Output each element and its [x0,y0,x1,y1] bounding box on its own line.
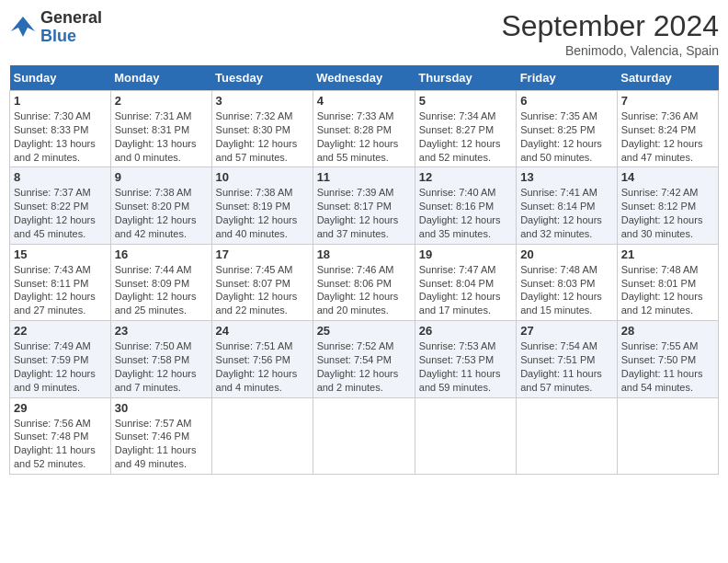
day-info: Sunrise: 7:46 AM Sunset: 8:06 PM Dayligh… [317,263,411,317]
calendar-cell: 10 Sunrise: 7:38 AM Sunset: 8:19 PM Dayl… [211,167,313,244]
day-number: 8 [14,170,107,184]
calendar-cell: 13 Sunrise: 7:41 AM Sunset: 8:14 PM Dayl… [517,167,618,244]
calendar-cell: 15 Sunrise: 7:43 AM Sunset: 8:11 PM Dayl… [10,244,111,320]
calendar-cell: 30 Sunrise: 7:57 AM Sunset: 7:46 PM Dayl… [110,397,211,474]
day-info: Sunrise: 7:57 AM Sunset: 7:46 PM Dayligh… [115,417,208,471]
calendar-cell: 1 Sunrise: 7:30 AM Sunset: 8:33 PM Dayli… [10,91,111,167]
calendar-cell: 5 Sunrise: 7:34 AM Sunset: 8:27 PM Dayli… [415,91,516,167]
calendar-cell: 17 Sunrise: 7:45 AM Sunset: 8:07 PM Dayl… [211,244,313,320]
calendar-cell: 18 Sunrise: 7:46 AM Sunset: 8:06 PM Dayl… [313,244,415,320]
day-number: 20 [520,247,613,261]
day-number: 24 [216,324,309,338]
calendar-week-5: 29 Sunrise: 7:56 AM Sunset: 7:48 PM Dayl… [10,397,719,474]
day-number: 27 [520,324,613,338]
calendar-cell: 29 Sunrise: 7:56 AM Sunset: 7:48 PM Dayl… [10,397,111,474]
logo: General Blue [9,9,102,46]
day-info: Sunrise: 7:52 AM Sunset: 7:54 PM Dayligh… [317,339,411,394]
day-number: 28 [621,324,714,338]
day-number: 16 [115,247,208,261]
day-info: Sunrise: 7:53 AM Sunset: 7:53 PM Dayligh… [419,339,512,394]
col-saturday: Saturday [617,65,718,91]
calendar-cell: 9 Sunrise: 7:38 AM Sunset: 8:20 PM Dayli… [110,167,211,244]
day-number: 9 [115,170,208,184]
day-info: Sunrise: 7:48 AM Sunset: 8:01 PM Dayligh… [621,263,714,317]
calendar-week-3: 15 Sunrise: 7:43 AM Sunset: 8:11 PM Dayl… [10,244,719,320]
calendar-cell [211,397,313,474]
day-info: Sunrise: 7:36 AM Sunset: 8:24 PM Dayligh… [621,109,714,164]
day-info: Sunrise: 7:47 AM Sunset: 8:04 PM Dayligh… [419,263,512,317]
day-info: Sunrise: 7:54 AM Sunset: 7:51 PM Dayligh… [520,339,613,394]
day-info: Sunrise: 7:35 AM Sunset: 8:25 PM Dayligh… [520,109,613,164]
calendar-cell: 11 Sunrise: 7:39 AM Sunset: 8:17 PM Dayl… [313,167,415,244]
location: Benimodo, Valencia, Spain [501,43,719,58]
calendar-cell: 8 Sunrise: 7:37 AM Sunset: 8:22 PM Dayli… [10,167,111,244]
calendar-cell: 16 Sunrise: 7:44 AM Sunset: 8:09 PM Dayl… [110,244,211,320]
page-header: General Blue September 2024 Benimodo, Va… [9,9,719,58]
day-info: Sunrise: 7:31 AM Sunset: 8:31 PM Dayligh… [115,109,208,164]
calendar-cell: 6 Sunrise: 7:35 AM Sunset: 8:25 PM Dayli… [517,91,618,167]
calendar-cell [415,397,516,474]
title-block: September 2024 Benimodo, Valencia, Spain [501,9,719,58]
day-number: 19 [419,247,512,261]
calendar-cell [517,397,618,474]
day-number: 25 [317,324,411,338]
col-tuesday: Tuesday [211,65,313,91]
day-number: 22 [14,324,107,338]
calendar-cell: 3 Sunrise: 7:32 AM Sunset: 8:30 PM Dayli… [211,91,313,167]
day-info: Sunrise: 7:41 AM Sunset: 8:14 PM Dayligh… [520,186,613,240]
day-number: 2 [115,94,208,108]
col-monday: Monday [110,65,211,91]
day-info: Sunrise: 7:34 AM Sunset: 8:27 PM Dayligh… [419,109,512,164]
col-wednesday: Wednesday [313,65,415,91]
calendar-cell: 20 Sunrise: 7:48 AM Sunset: 8:03 PM Dayl… [517,244,618,320]
day-number: 26 [419,324,512,338]
day-info: Sunrise: 7:32 AM Sunset: 8:30 PM Dayligh… [216,109,309,164]
calendar-cell: 4 Sunrise: 7:33 AM Sunset: 8:28 PM Dayli… [313,91,415,167]
day-number: 12 [419,170,512,184]
day-number: 4 [317,94,411,108]
day-info: Sunrise: 7:38 AM Sunset: 8:20 PM Dayligh… [115,186,208,240]
calendar-cell: 22 Sunrise: 7:49 AM Sunset: 7:59 PM Dayl… [10,321,111,397]
day-number: 17 [216,247,309,261]
day-number: 18 [317,247,411,261]
calendar-cell: 28 Sunrise: 7:55 AM Sunset: 7:50 PM Dayl… [617,321,718,397]
svg-marker-0 [11,17,35,37]
day-number: 30 [115,401,208,415]
day-info: Sunrise: 7:56 AM Sunset: 7:48 PM Dayligh… [14,417,107,471]
day-number: 1 [14,94,107,108]
calendar-cell: 26 Sunrise: 7:53 AM Sunset: 7:53 PM Dayl… [415,321,516,397]
day-info: Sunrise: 7:33 AM Sunset: 8:28 PM Dayligh… [317,109,411,164]
header-row: Sunday Monday Tuesday Wednesday Thursday… [10,65,719,91]
day-number: 3 [216,94,309,108]
day-info: Sunrise: 7:49 AM Sunset: 7:59 PM Dayligh… [14,339,107,394]
logo-text: General Blue [40,9,102,46]
day-number: 6 [520,94,613,108]
calendar-week-4: 22 Sunrise: 7:49 AM Sunset: 7:59 PM Dayl… [10,321,719,397]
calendar-week-2: 8 Sunrise: 7:37 AM Sunset: 8:22 PM Dayli… [10,167,719,244]
day-number: 5 [419,94,512,108]
month-title: September 2024 [501,9,719,43]
day-info: Sunrise: 7:51 AM Sunset: 7:56 PM Dayligh… [216,339,309,394]
day-info: Sunrise: 7:50 AM Sunset: 7:58 PM Dayligh… [115,339,208,394]
day-info: Sunrise: 7:42 AM Sunset: 8:12 PM Dayligh… [621,186,714,240]
calendar-cell: 12 Sunrise: 7:40 AM Sunset: 8:16 PM Dayl… [415,167,516,244]
day-info: Sunrise: 7:44 AM Sunset: 8:09 PM Dayligh… [115,263,208,317]
day-number: 21 [621,247,714,261]
calendar-cell: 19 Sunrise: 7:47 AM Sunset: 8:04 PM Dayl… [415,244,516,320]
day-info: Sunrise: 7:37 AM Sunset: 8:22 PM Dayligh… [14,186,107,240]
day-info: Sunrise: 7:48 AM Sunset: 8:03 PM Dayligh… [520,263,613,317]
col-friday: Friday [517,65,618,91]
calendar-cell: 2 Sunrise: 7:31 AM Sunset: 8:31 PM Dayli… [110,91,211,167]
col-sunday: Sunday [10,65,111,91]
col-thursday: Thursday [415,65,516,91]
day-info: Sunrise: 7:40 AM Sunset: 8:16 PM Dayligh… [419,186,512,240]
calendar-cell: 23 Sunrise: 7:50 AM Sunset: 7:58 PM Dayl… [110,321,211,397]
day-number: 29 [14,401,107,415]
calendar-week-1: 1 Sunrise: 7:30 AM Sunset: 8:33 PM Dayli… [10,91,719,167]
day-number: 11 [317,170,411,184]
calendar-cell: 24 Sunrise: 7:51 AM Sunset: 7:56 PM Dayl… [211,321,313,397]
calendar-cell: 7 Sunrise: 7:36 AM Sunset: 8:24 PM Dayli… [617,91,718,167]
day-info: Sunrise: 7:45 AM Sunset: 8:07 PM Dayligh… [216,263,309,317]
day-number: 14 [621,170,714,184]
calendar-cell [313,397,415,474]
